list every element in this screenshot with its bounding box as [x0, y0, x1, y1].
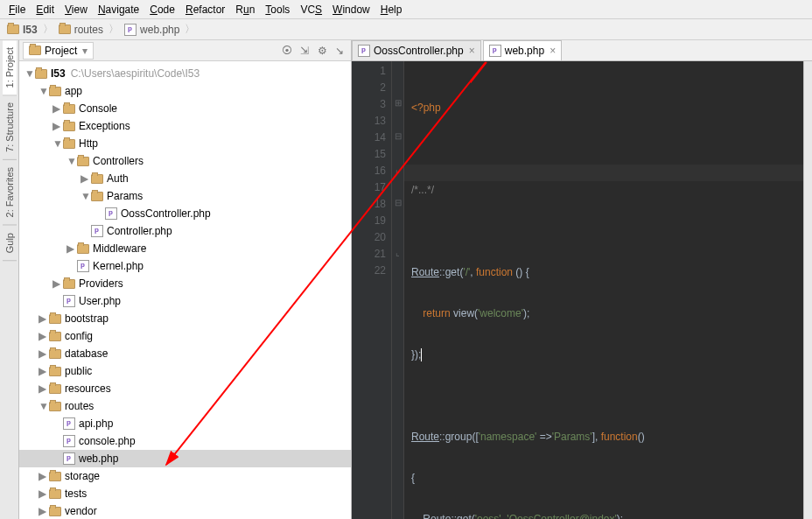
chevron-right-icon: 〉: [108, 22, 119, 37]
tree-item[interactable]: ▶Middleware: [19, 240, 351, 257]
folder-icon: [91, 192, 103, 201]
breadcrumb: I53 〉 routes 〉 web.php 〉: [0, 19, 812, 40]
tool-tab-gulp[interactable]: Gulp: [3, 226, 17, 261]
close-icon[interactable]: ×: [550, 45, 556, 57]
folder-icon: [49, 489, 61, 499]
menu-edit[interactable]: Edit: [31, 2, 60, 18]
menu-tools[interactable]: Tools: [260, 2, 295, 18]
breadcrumb-folder[interactable]: routes: [57, 24, 105, 36]
menu-view[interactable]: View: [60, 2, 93, 18]
menu-refactor[interactable]: Refactor: [180, 2, 230, 18]
chevron-right-icon: 〉: [185, 22, 195, 37]
folder-icon: [49, 402, 61, 411]
tree-item[interactable]: ▶Auth: [19, 170, 351, 187]
menu-help[interactable]: Help: [375, 2, 408, 18]
line-gutter: 12313141516171819202122: [352, 61, 392, 519]
folder-icon: [63, 122, 75, 131]
tree-item[interactable]: ▶public: [19, 362, 351, 380]
menu-navigate[interactable]: Navigate: [93, 2, 144, 18]
php-file-icon: [63, 417, 75, 430]
tree-item-selected[interactable]: web.php: [19, 450, 351, 467]
php-file-icon: [124, 24, 136, 36]
tree-item[interactable]: ▶tests: [19, 485, 351, 502]
collapse-icon[interactable]: ⇲: [297, 43, 312, 59]
menu-code[interactable]: Code: [144, 2, 180, 18]
tool-tab-project[interactable]: 1: Project: [3, 40, 17, 95]
editor-scrollbar[interactable]: [803, 61, 812, 519]
tree-item[interactable]: ▶Console: [19, 100, 351, 117]
php-file-icon: [358, 45, 370, 57]
locate-icon[interactable]: ⦿: [279, 43, 295, 59]
folder-icon: [91, 174, 103, 184]
breadcrumb-file[interactable]: web.php: [122, 24, 181, 36]
folder-icon: [49, 507, 61, 516]
folder-icon: [77, 157, 89, 166]
folder-icon: [49, 349, 61, 359]
project-panel-header: Project ▾ ⦿ ⇲ ⚙ ↘: [19, 40, 351, 61]
chevron-right-icon: 〉: [43, 22, 53, 37]
folder-icon: [49, 472, 61, 481]
tree-item[interactable]: User.php: [19, 292, 351, 310]
tool-tab-favorites[interactable]: 2: Favorites: [3, 160, 17, 225]
code-body[interactable]: <?php /*...*/ Route::get('/', function (…: [404, 61, 803, 519]
tool-tab-structure[interactable]: 7: Structure: [3, 95, 17, 160]
project-view-selector[interactable]: Project ▾: [23, 42, 94, 60]
folder-icon: [49, 314, 61, 324]
menu-bar: File Edit View Navigate Code Refactor Ru…: [0, 0, 812, 19]
menu-vcs[interactable]: VCS: [295, 2, 327, 18]
folder-icon: [49, 384, 61, 394]
folder-icon: [59, 25, 71, 34]
php-file-icon: [63, 435, 75, 447]
menu-file[interactable]: File: [4, 2, 31, 18]
php-file-icon: [63, 452, 75, 465]
tree-item[interactable]: ▶storage: [19, 467, 351, 485]
editor-tabs: OossController.php× web.php×: [352, 40, 812, 61]
tree-item[interactable]: ▼Http: [19, 135, 351, 152]
menu-run[interactable]: Run: [230, 2, 260, 18]
editor-tab-active[interactable]: web.php×: [483, 40, 562, 60]
tree-item[interactable]: ▶resources: [19, 380, 351, 397]
tree-item[interactable]: ▶config: [19, 327, 351, 345]
php-file-icon: [105, 207, 117, 220]
tree-item[interactable]: OossController.php: [19, 205, 351, 222]
tree-item[interactable]: ▶Exceptions: [19, 117, 351, 135]
tree-item[interactable]: ▶vendor: [19, 502, 351, 519]
left-tool-dock: 1: Project 7: Structure 2: Favorites Gul…: [0, 40, 19, 519]
project-tree[interactable]: ▼I53C:\Users\aespiritu\Code\I53 ▼app ▶Co…: [19, 61, 351, 519]
tree-root[interactable]: ▼I53C:\Users\aespiritu\Code\I53: [19, 65, 351, 82]
tree-item[interactable]: ▶Providers: [19, 275, 351, 292]
folder-icon: [7, 25, 19, 34]
code-editor[interactable]: 12313141516171819202122 ⊞⊟⌞⊟⌞ <?php /*..…: [352, 61, 812, 519]
tree-item[interactable]: ▼app: [19, 82, 351, 100]
menu-window[interactable]: Window: [327, 2, 375, 18]
close-icon[interactable]: ×: [469, 45, 475, 57]
tree-item[interactable]: Kernel.php: [19, 257, 351, 275]
folder-icon: [77, 244, 89, 254]
tree-item[interactable]: ▼Controllers: [19, 152, 351, 170]
fold-gutter: ⊞⊟⌞⊟⌞: [392, 61, 404, 519]
folder-icon: [63, 104, 75, 114]
editor-tab[interactable]: OossController.php×: [352, 40, 481, 60]
tree-item[interactable]: ▶database: [19, 345, 351, 362]
tree-item[interactable]: ▼routes: [19, 397, 351, 415]
tree-item[interactable]: ▼Params: [19, 187, 351, 205]
tree-item[interactable]: api.php: [19, 415, 351, 432]
folder-icon: [63, 279, 75, 289]
php-file-icon: [63, 295, 75, 307]
tree-item[interactable]: ▶bootstrap: [19, 310, 351, 327]
php-file-icon: [489, 45, 501, 57]
tree-item[interactable]: console.php: [19, 432, 351, 450]
folder-icon: [49, 367, 61, 376]
editor-area: OossController.php× web.php× 12313141516…: [352, 40, 812, 519]
tree-item[interactable]: Controller.php: [19, 222, 351, 240]
folder-icon: [29, 46, 41, 55]
folder-icon: [49, 332, 61, 341]
project-panel: Project ▾ ⦿ ⇲ ⚙ ↘ ▼I53C:\Users\aespiritu…: [19, 40, 352, 519]
folder-icon: [63, 139, 75, 149]
breadcrumb-root[interactable]: I53: [5, 24, 39, 36]
chevron-down-icon: ▾: [82, 45, 88, 57]
php-file-icon: [91, 225, 103, 237]
hide-icon[interactable]: ↘: [332, 43, 347, 59]
php-file-icon: [77, 260, 89, 272]
gear-icon[interactable]: ⚙: [314, 43, 330, 59]
